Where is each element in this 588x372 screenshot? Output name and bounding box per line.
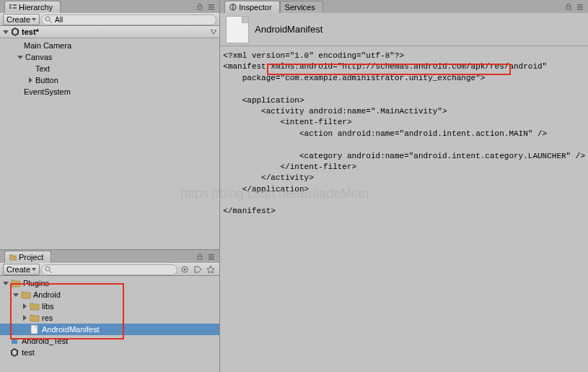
- svg-rect-26: [577, 9, 583, 10]
- svg-rect-14: [209, 259, 214, 260]
- inspector-tab-label: Inspector: [239, 3, 271, 12]
- svg-rect-11: [198, 256, 202, 259]
- item-label: Main Camera: [24, 41, 71, 50]
- project-create-button[interactable]: Create: [3, 264, 40, 275]
- svg-rect-13: [209, 256, 214, 258]
- svg-text:i: i: [232, 4, 234, 11]
- item-label: test: [22, 348, 35, 357]
- foldout-icon[interactable]: [23, 315, 27, 321]
- xml-content-view[interactable]: <?xml version="1.0" encoding="utf-8"?> <…: [220, 46, 588, 372]
- unity-logo-icon: [11, 27, 19, 36]
- foldout-icon[interactable]: [13, 293, 19, 297]
- project-item-manifest[interactable]: AndroidManifest: [0, 324, 219, 335]
- hierarchy-item-main-camera[interactable]: Main Camera: [0, 40, 219, 51]
- item-label: Button: [35, 76, 58, 85]
- hierarchy-search[interactable]: [41, 14, 216, 25]
- svg-rect-20: [12, 338, 17, 344]
- panel-menu-icon[interactable]: [206, 2, 216, 11]
- panel-menu-icon[interactable]: [575, 2, 585, 11]
- scene-dropdown-icon[interactable]: [211, 30, 216, 34]
- svg-point-18: [184, 269, 186, 271]
- hierarchy-search-input[interactable]: [55, 16, 211, 24]
- svg-rect-3: [13, 7, 17, 9]
- hierarchy-item-text[interactable]: Text: [0, 63, 219, 74]
- project-item-libs[interactable]: libs: [0, 300, 219, 312]
- svg-rect-25: [577, 7, 583, 8]
- search-icon: [45, 16, 53, 24]
- project-tab-label: Project: [19, 253, 43, 261]
- hierarchy-item-eventsystem[interactable]: EventSystem: [0, 86, 219, 98]
- project-tree: Plugins Android libs res AndroidManifest…: [0, 276, 219, 372]
- project-item-android-test[interactable]: Android_Test: [0, 335, 219, 347]
- svg-rect-5: [198, 7, 202, 9]
- hierarchy-icon: [9, 4, 17, 11]
- project-search-input[interactable]: [55, 266, 172, 274]
- search-icon: [45, 266, 53, 274]
- item-label: EventSystem: [24, 87, 71, 96]
- inspector-tab[interactable]: i Inspector: [224, 1, 279, 13]
- hierarchy-panel: Hierarchy Create test* Main: [0, 0, 219, 249]
- project-item-test[interactable]: test: [0, 347, 219, 358]
- folder-icon: [30, 313, 40, 323]
- hierarchy-item-button[interactable]: Button: [0, 74, 219, 86]
- svg-point-15: [45, 267, 50, 271]
- hierarchy-toolbar: Create: [0, 13, 219, 26]
- favorites-icon[interactable]: [205, 264, 216, 275]
- project-item-plugins[interactable]: Plugins: [0, 277, 219, 289]
- project-panel: Project Create Plugins Android libs: [0, 249, 219, 372]
- inspector-header: AndroidManifest: [220, 13, 588, 46]
- file-icon: [30, 324, 40, 334]
- lock-icon[interactable]: [563, 2, 574, 11]
- inspector-tab-bar: i Inspector Services: [220, 0, 588, 13]
- item-label: Android: [33, 290, 61, 299]
- item-label: Plugins: [23, 279, 49, 287]
- svg-rect-23: [566, 7, 571, 9]
- foldout-icon[interactable]: [3, 30, 9, 34]
- svg-rect-19: [31, 325, 38, 334]
- svg-rect-8: [209, 9, 214, 10]
- foldout-icon[interactable]: [29, 77, 32, 83]
- foldout-icon[interactable]: [3, 282, 9, 285]
- item-label: Android_Test: [22, 337, 68, 345]
- services-tab-label: Services: [285, 3, 315, 12]
- folder-icon: [30, 301, 40, 311]
- hierarchy-tab-label: Hierarchy: [19, 3, 53, 12]
- filter-by-label-icon[interactable]: [192, 264, 203, 275]
- lock-icon[interactable]: [195, 2, 205, 11]
- svg-rect-7: [209, 7, 214, 8]
- project-tab[interactable]: Project: [4, 251, 51, 263]
- project-search[interactable]: [41, 264, 177, 275]
- folder-icon: [21, 290, 31, 300]
- project-toolbar: Create: [0, 263, 219, 276]
- hierarchy-tree: Main Camera Canvas Text Button EventSyst…: [0, 38, 219, 249]
- project-tab-bar: Project: [0, 250, 219, 263]
- folder-icon: [11, 278, 21, 288]
- panel-menu-icon[interactable]: [206, 252, 216, 261]
- prefab-icon: [9, 336, 19, 346]
- hierarchy-tab[interactable]: Hierarchy: [4, 1, 61, 13]
- svg-rect-6: [209, 4, 214, 6]
- foldout-icon[interactable]: [23, 303, 27, 309]
- dropdown-icon: [32, 18, 36, 21]
- svg-line-10: [50, 20, 53, 23]
- hierarchy-item-canvas[interactable]: Canvas: [0, 51, 219, 63]
- project-item-android[interactable]: Android: [0, 289, 219, 300]
- services-tab[interactable]: Services: [280, 1, 323, 13]
- foldout-icon[interactable]: [17, 56, 23, 59]
- lock-icon[interactable]: [195, 252, 205, 261]
- hierarchy-create-button[interactable]: Create: [3, 14, 40, 25]
- unity-scene-icon: [9, 347, 19, 358]
- item-label: libs: [42, 302, 54, 311]
- project-item-res[interactable]: res: [0, 312, 219, 324]
- svg-point-9: [45, 17, 50, 21]
- asset-file-icon: [226, 16, 249, 43]
- inspector-panel: i Inspector Services AndroidManifest <?x…: [220, 0, 588, 372]
- hierarchy-tab-bar: Hierarchy: [0, 0, 219, 13]
- scene-name: test*: [22, 27, 39, 36]
- svg-rect-0: [9, 4, 12, 6]
- svg-rect-24: [577, 4, 583, 6]
- svg-rect-12: [209, 254, 214, 256]
- project-icon: [9, 254, 17, 261]
- scene-title-bar[interactable]: test*: [0, 26, 219, 38]
- filter-by-type-icon[interactable]: [179, 264, 190, 275]
